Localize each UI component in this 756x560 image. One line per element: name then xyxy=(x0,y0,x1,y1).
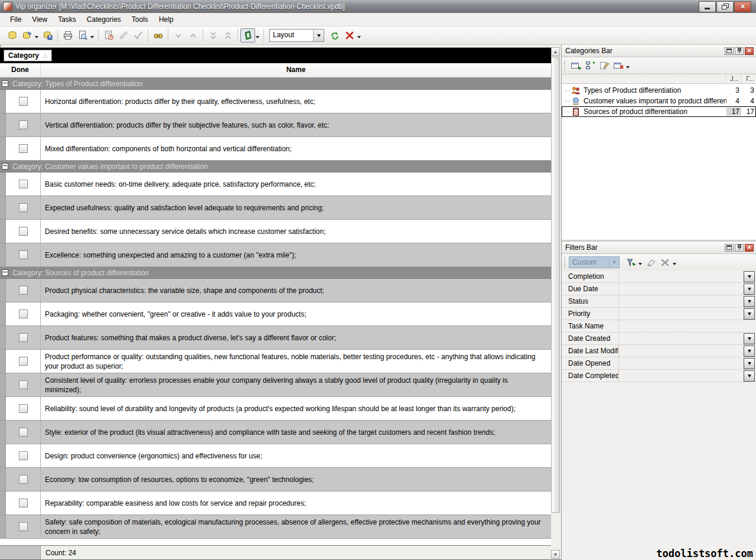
filter-value[interactable] xyxy=(619,283,744,295)
categories-close-button[interactable]: ✕ xyxy=(745,47,754,55)
layout-combobox[interactable]: Layout xyxy=(269,29,324,42)
table-row[interactable]: Desired benefits: some unnecessary servi… xyxy=(0,220,551,243)
task-checkbox[interactable] xyxy=(19,286,28,295)
layout-view-dropdown-icon[interactable] xyxy=(256,36,259,38)
task-checkbox[interactable] xyxy=(19,250,28,259)
scrollbar-thumb[interactable] xyxy=(551,57,560,513)
column-header-name[interactable]: Name xyxy=(41,63,551,77)
menu-file[interactable]: File xyxy=(5,14,27,25)
categories-pin-button[interactable] xyxy=(735,47,744,55)
task-checkbox[interactable] xyxy=(19,97,28,106)
task-checkbox[interactable] xyxy=(19,121,28,129)
filter-dropdown-button[interactable] xyxy=(744,358,755,369)
filter-value[interactable] xyxy=(619,295,744,307)
delete-filter-button[interactable] xyxy=(658,256,672,269)
task-checkbox[interactable] xyxy=(19,499,28,507)
collapse-icon[interactable] xyxy=(2,80,8,87)
save-database-button[interactable] xyxy=(40,28,55,43)
filter-preset-dropdown[interactable] xyxy=(609,257,619,268)
clear-filter-button[interactable] xyxy=(644,256,658,269)
filter-dropdown-button[interactable] xyxy=(744,346,755,357)
table-row[interactable]: Economy: low consumption of resources, o… xyxy=(0,468,551,491)
categories-toolbar-overflow-icon[interactable] xyxy=(626,66,630,69)
table-row[interactable]: Reliability: sound level of durability a… xyxy=(0,397,551,421)
layout-combobox-dropdown[interactable] xyxy=(313,30,324,41)
table-row[interactable]: Packaging: whether convenient, "green" o… xyxy=(0,302,551,326)
close-button[interactable]: ✕ xyxy=(734,1,751,12)
move-down-button[interactable] xyxy=(171,28,185,43)
filter-value[interactable] xyxy=(619,271,744,282)
filter-value[interactable] xyxy=(619,333,744,344)
task-checkbox[interactable] xyxy=(19,357,28,366)
category-item[interactable]: 5Sources of product differentiation1717 xyxy=(562,106,756,117)
print-dropdown-icon[interactable] xyxy=(90,36,94,38)
delete-category-button[interactable] xyxy=(611,59,625,72)
column-header-done[interactable]: Done xyxy=(0,63,41,77)
table-row[interactable]: Reparability: comparable easiness and lo… xyxy=(0,491,551,515)
delete-layout-button[interactable] xyxy=(342,28,357,43)
filter-dropdown-button[interactable] xyxy=(744,370,755,382)
category-group-header[interactable]: Category: Types of Product differentiati… xyxy=(0,78,551,90)
task-checkbox[interactable] xyxy=(19,227,28,236)
filter-value[interactable] xyxy=(619,357,744,369)
table-row[interactable]: Mixed differentiation: components of bot… xyxy=(0,137,551,161)
task-checkbox[interactable] xyxy=(19,333,28,342)
categories-count-column-1[interactable]: J... xyxy=(725,75,741,83)
task-checkbox[interactable] xyxy=(19,144,28,153)
minimize-button[interactable] xyxy=(699,1,716,12)
task-checkbox[interactable] xyxy=(19,451,28,460)
print-preview-button[interactable] xyxy=(75,28,90,43)
restore-button[interactable] xyxy=(716,1,734,12)
filter-dropdown-button[interactable] xyxy=(744,333,755,344)
filters-toolbar-overflow-icon[interactable] xyxy=(673,263,676,265)
table-row[interactable]: Horizontal differentiation: products dif… xyxy=(0,90,551,113)
table-row[interactable]: Excellence: something unexpected and ama… xyxy=(0,243,551,267)
apply-filter-button[interactable] xyxy=(624,256,638,269)
task-checkbox[interactable] xyxy=(19,404,28,413)
filter-dropdown-button[interactable] xyxy=(744,271,755,282)
find-button[interactable] xyxy=(151,28,165,43)
toolbar-overflow-icon[interactable] xyxy=(357,36,361,38)
table-row[interactable]: Consistent level of quality: errorless p… xyxy=(0,373,551,397)
filter-dropdown-button[interactable] xyxy=(744,284,755,295)
filter-dropdown-button[interactable] xyxy=(744,308,755,320)
filters-close-button[interactable]: ✕ xyxy=(745,244,754,252)
scroll-up-button[interactable]: ▲ xyxy=(551,47,560,56)
task-checkbox[interactable] xyxy=(19,310,28,318)
task-checkbox[interactable] xyxy=(19,180,28,188)
edit-task-button[interactable] xyxy=(116,28,131,43)
menu-view[interactable]: View xyxy=(27,14,53,25)
menu-categories[interactable]: Categories xyxy=(82,14,126,25)
categories-count-column-2[interactable]: Г... xyxy=(741,75,756,83)
filter-value[interactable] xyxy=(619,370,744,382)
new-category-button[interactable] xyxy=(569,59,583,72)
task-checkbox[interactable] xyxy=(19,380,28,389)
task-checkbox[interactable] xyxy=(19,522,28,531)
menu-tasks[interactable]: Tasks xyxy=(53,14,82,25)
filter-value[interactable] xyxy=(619,345,744,357)
table-row[interactable]: Product physical characteristics: the va… xyxy=(0,279,551,302)
category-item[interactable]: Types of Product differentiation33 xyxy=(562,85,756,96)
table-row[interactable]: Product performance or quality: outstand… xyxy=(0,350,551,373)
move-up-button[interactable] xyxy=(185,28,200,43)
table-row[interactable]: Expected usefulness: quality and satisfa… xyxy=(0,196,551,220)
category-item[interactable]: Customer values important to product dif… xyxy=(562,96,756,106)
filters-restore-button[interactable] xyxy=(725,244,734,252)
filter-value[interactable] xyxy=(619,308,744,320)
new-subcategory-button[interactable] xyxy=(583,59,597,72)
category-group-header[interactable]: Category: Sources of product differentia… xyxy=(0,267,551,279)
categories-restore-button[interactable] xyxy=(725,47,734,55)
filter-preset-combobox[interactable]: Custom xyxy=(569,256,620,268)
table-row[interactable]: Style: exterior of the product (its visu… xyxy=(0,421,551,444)
print-button[interactable] xyxy=(60,28,75,43)
table-row[interactable]: Design: product convenience (ergonomics)… xyxy=(0,444,551,468)
vertical-scrollbar[interactable]: ▲ ▼ xyxy=(551,47,560,559)
move-to-bottom-button[interactable] xyxy=(206,28,220,43)
task-checkbox[interactable] xyxy=(19,203,28,212)
table-row[interactable]: Product features: something that makes a… xyxy=(0,326,551,350)
table-row[interactable]: Vertical differentiation: products diffe… xyxy=(0,113,551,137)
table-row[interactable]: Basic customer needs: on-time delivery, … xyxy=(0,172,551,196)
menu-tools[interactable]: Tools xyxy=(126,14,154,25)
filter-dropdown-button[interactable] xyxy=(744,296,755,307)
edit-category-button[interactable] xyxy=(597,59,611,72)
